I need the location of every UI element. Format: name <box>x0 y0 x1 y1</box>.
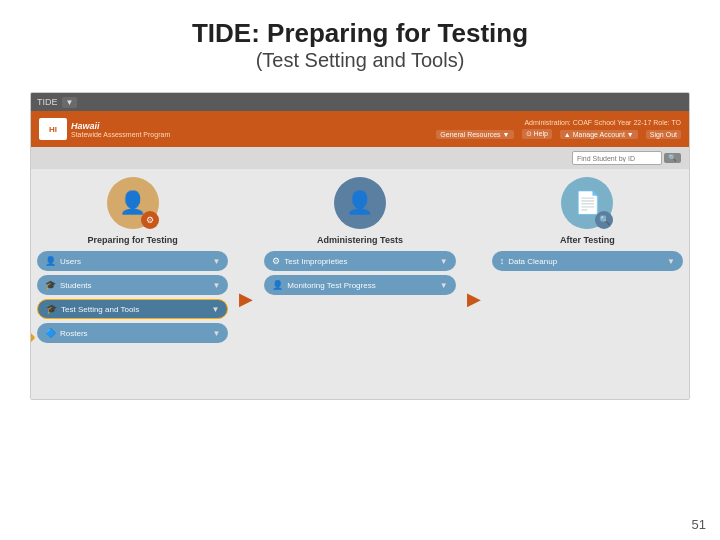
main-content: ➜ 👤 ⚙ Preparing for Testing 👤 Users ▼ 🎓 <box>31 169 689 399</box>
cleanup-icon: ↕ <box>500 256 505 266</box>
preparing-avatar: 👤 ⚙ <box>107 177 159 229</box>
users-item[interactable]: 👤 Users ▼ <box>37 251 228 271</box>
main-title: TIDE: Preparing for Testing <box>20 18 700 49</box>
preparing-menu: 👤 Users ▼ 🎓 Students ▼ 🎓 Test Setting <box>37 251 228 347</box>
admin-info: Administration: COAF School Year 22-17 R… <box>524 119 681 126</box>
title-area: TIDE: Preparing for Testing (Test Settin… <box>0 0 720 82</box>
gear-badge: ⚙ <box>141 211 159 229</box>
rosters-chevron: ▼ <box>212 329 220 338</box>
improprieties-chevron: ▼ <box>440 257 448 266</box>
cleanup-item[interactable]: ↕ Data Cleanup ▼ <box>492 251 683 271</box>
administering-column: 👤 Administering Tests ⚙ Test Improprieti… <box>264 177 455 391</box>
cleanup-label: Data Cleanup <box>508 257 557 266</box>
cleanup-left: ↕ Data Cleanup <box>500 256 557 266</box>
rosters-item[interactable]: 🔷 Rosters ▼ <box>37 323 228 343</box>
improprieties-left: ⚙ Test Improprieties <box>272 256 347 266</box>
test-setting-chevron: ▼ <box>211 305 219 314</box>
after-doc-icon: 📄 <box>574 190 601 216</box>
screenshot-container: TIDE ▼ HI Hawaii Statewide Assessment Pr… <box>30 92 690 400</box>
find-student-bar: 🔍 <box>31 147 689 169</box>
administering-title: Administering Tests <box>317 235 403 245</box>
header-right: Administration: COAF School Year 22-17 R… <box>436 119 681 139</box>
students-icon: 🎓 <box>45 280 56 290</box>
after-column: 📄 🔍 After Testing ↕ Data Cleanup ▼ <box>492 177 683 391</box>
students-item-left: 🎓 Students <box>45 280 92 290</box>
students-chevron: ▼ <box>212 281 220 290</box>
account-link[interactable]: ▲ Manage Account ▼ <box>560 130 638 139</box>
tide-app-name: TIDE <box>37 97 58 107</box>
sub-title: (Test Setting and Tools) <box>20 49 700 72</box>
tide-topbar: TIDE ▼ <box>31 93 689 111</box>
tide-dropdown[interactable]: ▼ <box>62 97 78 108</box>
rosters-label: Rosters <box>60 329 88 338</box>
administering-avatar: 👤 <box>334 177 386 229</box>
students-item[interactable]: 🎓 Students ▼ <box>37 275 228 295</box>
users-chevron: ▼ <box>212 257 220 266</box>
help-link[interactable]: ⊙ Help <box>522 129 552 139</box>
hawaii-logo-text: Hawaii <box>71 121 170 131</box>
tide-header: HI Hawaii Statewide Assessment Program A… <box>31 111 689 147</box>
find-student-button[interactable]: 🔍 <box>664 153 681 163</box>
person-icon: 👤 <box>119 190 146 216</box>
test-setting-label: Test Setting and Tools <box>61 305 139 314</box>
users-item-left: 👤 Users <box>45 256 81 266</box>
arrow-2: ▶ <box>462 207 486 391</box>
page-number: 51 <box>692 517 706 532</box>
improprieties-item[interactable]: ⚙ Test Improprieties ▼ <box>264 251 455 271</box>
admin-person-icon: 👤 <box>346 190 373 216</box>
monitoring-icon: 👤 <box>272 280 283 290</box>
test-setting-icon: 🎓 <box>46 304 57 314</box>
users-label: Users <box>60 257 81 266</box>
administering-menu: ⚙ Test Improprieties ▼ 👤 Monitoring Test… <box>264 251 455 299</box>
cleanup-chevron: ▼ <box>667 257 675 266</box>
find-student-input[interactable] <box>572 151 662 165</box>
hawaii-logo: HI Hawaii Statewide Assessment Program <box>39 118 170 140</box>
rosters-icon: 🔷 <box>45 328 56 338</box>
improprieties-label: Test Improprieties <box>284 257 347 266</box>
monitoring-label: Monitoring Test Progress <box>287 281 375 290</box>
improprieties-icon: ⚙ <box>272 256 280 266</box>
after-title: After Testing <box>560 235 615 245</box>
test-setting-left: 🎓 Test Setting and Tools <box>46 304 139 314</box>
preparing-column: ➜ 👤 ⚙ Preparing for Testing 👤 Users ▼ 🎓 <box>37 177 228 391</box>
header-nav: General Resources ▼ ⊙ Help ▲ Manage Acco… <box>436 129 681 139</box>
search-badge: 🔍 <box>595 211 613 229</box>
users-icon: 👤 <box>45 256 56 266</box>
hawaii-logo-labels: Hawaii Statewide Assessment Program <box>71 121 170 138</box>
signout-link[interactable]: Sign Out <box>646 130 681 139</box>
resources-link[interactable]: General Resources ▼ <box>436 130 513 139</box>
after-avatar: 📄 🔍 <box>561 177 613 229</box>
hawaii-logo-icon: HI <box>39 118 67 140</box>
after-menu: ↕ Data Cleanup ▼ <box>492 251 683 275</box>
rosters-item-left: 🔷 Rosters <box>45 328 88 338</box>
highlight-arrow: ➜ <box>30 325 35 351</box>
monitoring-item[interactable]: 👤 Monitoring Test Progress ▼ <box>264 275 455 295</box>
arrow-1: ▶ <box>234 207 258 391</box>
monitoring-left: 👤 Monitoring Test Progress <box>272 280 375 290</box>
students-label: Students <box>60 281 92 290</box>
hawaii-logo-sub: Statewide Assessment Program <box>71 131 170 138</box>
monitoring-chevron: ▼ <box>440 281 448 290</box>
preparing-title: Preparing for Testing <box>87 235 177 245</box>
test-setting-item[interactable]: 🎓 Test Setting and Tools ▼ <box>37 299 228 319</box>
